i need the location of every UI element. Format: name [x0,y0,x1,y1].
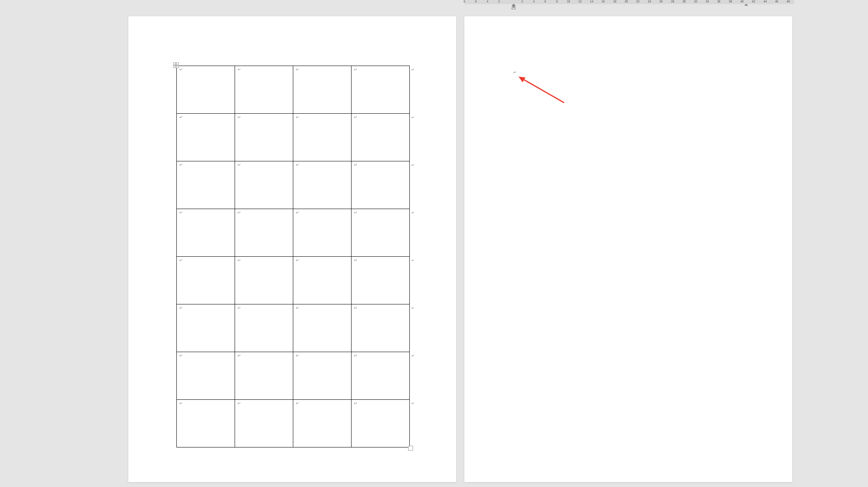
table-cell[interactable]: ↵↵ [352,352,410,400]
paragraph-mark: ↵ [179,67,182,72]
red-arrow-annotation-icon [515,73,568,106]
paragraph-mark: ↵ [296,306,299,310]
table-row[interactable]: ↵↵↵↵↵ [177,352,410,400]
paragraph-mark: ↵ [354,401,357,405]
paragraph-mark: ↵ [179,210,182,215]
paragraph-mark: ↵ [354,163,357,167]
right-indent-marker[interactable] [744,4,749,8]
ruler-tick: 10 [567,0,570,3]
table-row[interactable]: ↵↵↵↵↵ [177,400,410,447]
row-end-mark: ↵ [411,211,415,215]
table-row[interactable]: ↵↵↵↵↵ [177,161,410,209]
document-table[interactable]: ↵↵↵↵↵↵↵↵↵↵↵↵↵↵↵↵↵↵↵↵↵↵↵↵↵↵↵↵↵↵↵↵↵↵↵↵↵↵↵↵ [176,66,410,447]
ruler-tick: 2 [498,0,500,3]
paragraph-mark: ↵ [296,163,299,167]
paragraph-mark: ↵ [296,115,299,119]
paragraph-mark: ↵ [354,258,357,262]
table-cell[interactable]: ↵ [235,209,293,257]
table-cell[interactable]: ↵ [177,257,235,304]
table-cell[interactable]: ↵ [293,209,352,257]
table-cell[interactable]: ↵ [235,257,293,304]
table-cell[interactable]: ↵ [235,400,293,447]
table-cell[interactable]: ↵ [293,66,352,114]
table-cell[interactable]: ↵ [293,304,352,352]
paragraph-mark: ↵ [354,115,357,119]
ruler-tick: 44 [763,0,767,3]
paragraph-mark: ↵ [237,401,241,405]
table-cell[interactable]: ↵ [177,161,235,209]
table-cell[interactable]: ↵ [177,209,235,257]
ruler-tick: 34 [705,0,709,3]
table-cell[interactable]: ↵ [293,114,352,161]
table-cell[interactable]: ↵ [177,114,235,161]
table-cell[interactable]: ↵↵ [352,161,410,209]
paragraph-mark: ↵ [179,401,182,405]
document-page-2[interactable]: ↵ [464,16,792,482]
table-row[interactable]: ↵↵↵↵↵ [177,257,410,304]
paragraph-mark: ↵ [237,353,241,358]
ruler-tick: 8 [464,0,465,3]
table-cell[interactable]: ↵ [235,161,293,209]
table-cell[interactable]: ↵ [177,66,235,114]
left-indent-marker[interactable] [511,4,516,8]
table-cell[interactable]: ↵ [177,400,235,447]
paragraph-mark: ↵ [513,70,516,75]
table-cell[interactable]: ↵ [293,161,352,209]
paragraph-mark: ↵ [296,258,299,262]
row-end-mark: ↵ [411,68,415,72]
table-row[interactable]: ↵↵↵↵↵ [177,114,410,161]
table-cell[interactable]: ↵ [293,352,352,400]
ruler-tick: 18 [613,0,616,3]
paragraph-mark: ↵ [237,115,241,119]
ruler-tick: 6 [475,0,477,3]
table-container: ↵↵↵↵↵↵↵↵↵↵↵↵↵↵↵↵↵↵↵↵↵↵↵↵↵↵↵↵↵↵↵↵↵↵↵↵↵↵↵↵ [176,66,410,447]
ruler-tick: 42 [752,0,755,3]
ruler-tick: 4 [533,0,534,3]
table-cell[interactable]: ↵↵ [352,209,410,257]
ruler-tick: 30 [683,0,686,3]
ruler-tick: 32 [694,0,697,3]
table-cell[interactable]: ↵ [177,304,235,352]
document-page-1[interactable]: ↵↵↵↵↵↵↵↵↵↵↵↵↵↵↵↵↵↵↵↵↵↵↵↵↵↵↵↵↵↵↵↵↵↵↵↵↵↵↵↵ [128,16,456,482]
row-end-mark: ↵ [411,401,415,405]
paragraph-mark: ↵ [296,353,299,358]
ruler-tick: 14 [590,0,593,3]
paragraph-mark: ↵ [296,67,299,72]
paragraph-mark: ↵ [179,163,182,167]
row-end-mark: ↵ [411,258,415,262]
ruler-tick: 20 [625,0,628,3]
paragraph-mark: ↵ [179,353,182,358]
ruler-tick: 26 [659,0,663,3]
paragraph-mark: ↵ [354,353,357,358]
table-cell[interactable]: ↵↵ [352,114,410,161]
row-end-mark: ↵ [411,354,415,358]
svg-marker-2 [519,77,525,82]
table-cell[interactable]: ↵ [293,257,352,304]
table-cell[interactable]: ↵ [177,352,235,400]
ruler-tick: 8 [556,0,558,3]
table-cell[interactable]: ↵↵ [352,66,410,114]
table-row[interactable]: ↵↵↵↵↵ [177,304,410,352]
paragraph-mark: ↵ [237,163,241,167]
table-cell[interactable]: ↵ [235,352,293,400]
table-resize-handle-icon[interactable] [408,446,413,451]
table-cell[interactable]: ↵↵ [352,304,410,352]
paragraph-mark: ↵ [354,210,357,215]
ruler-tick: 36 [717,0,721,3]
table-cell[interactable]: ↵↵ [352,400,410,447]
paragraph-mark: ↵ [354,67,357,72]
table-cell[interactable]: ↵↵ [352,257,410,304]
ruler-tick: 28 [671,0,674,3]
ruler-tick: 6 [545,0,546,3]
paragraph-mark: ↵ [237,67,241,72]
ruler-tick: 12 [578,0,582,3]
paragraph-mark: ↵ [296,401,299,405]
table-row[interactable]: ↵↵↵↵↵ [177,209,410,257]
table-row[interactable]: ↵↵↵↵↵ [177,66,410,114]
table-cell[interactable]: ↵ [235,114,293,161]
table-cell[interactable]: ↵ [293,400,352,447]
table-cell[interactable]: ↵ [235,304,293,352]
table-cell[interactable]: ↵ [235,66,293,114]
paragraph-mark: ↵ [296,210,299,215]
paragraph-mark: ↵ [179,258,182,262]
